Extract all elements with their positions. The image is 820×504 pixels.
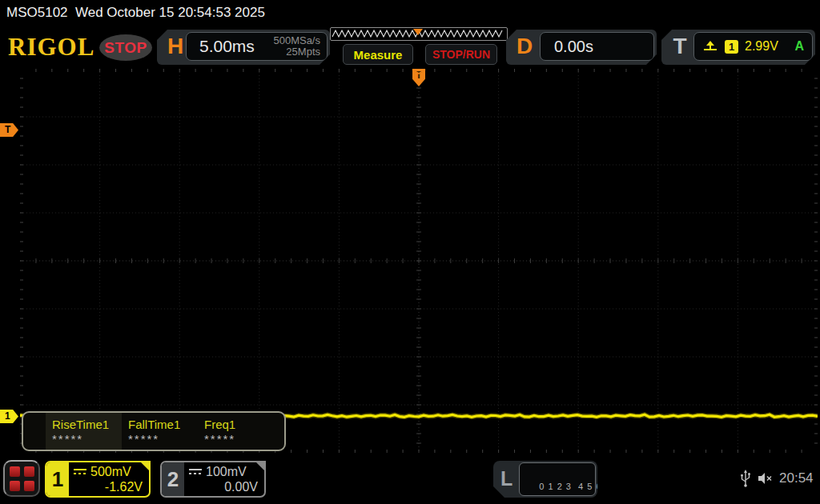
rigol-logo: RIGOL	[8, 33, 94, 62]
measurement-label: Freq1	[204, 418, 274, 431]
delay-box: 0.00s	[540, 32, 654, 61]
acquisition-rates: 500MSa/s 25Mpts	[273, 35, 320, 58]
channel2-number: 2	[162, 462, 184, 496]
trigger-level-value: 2.99V	[745, 39, 778, 54]
measurement-item-freq[interactable]: Freq1 *****	[198, 413, 274, 450]
channel1-scale: 500mV	[90, 465, 131, 479]
graticule-grid	[20, 69, 818, 453]
channel1-status[interactable]: 1 500mV -1.62V	[45, 461, 151, 498]
channel2-scale: 100mV	[206, 465, 247, 479]
delay-menu[interactable]: D 0.00s	[506, 30, 657, 65]
channel1-readouts: 500mV -1.62V	[70, 463, 146, 495]
channel1-number: 1	[46, 462, 69, 496]
stop-run-button[interactable]: STOP/RUN	[425, 44, 497, 65]
waveform-preview-strip[interactable]	[330, 27, 508, 41]
menu-square	[10, 481, 20, 491]
system-title: MSO5102 Wed October 15 20:54:53 2025	[6, 5, 265, 21]
dc-coupling-icon	[189, 469, 202, 474]
trigger-mode: A	[794, 39, 804, 54]
logic-analyzer-label: L	[500, 467, 512, 490]
sample-rate: 500MSa/s	[273, 34, 320, 46]
measure-button[interactable]: Measure	[343, 44, 413, 65]
dc-coupling-icon	[74, 469, 86, 474]
channel2-offset: 0.00V	[186, 480, 261, 494]
windows-menu-icon[interactable]	[3, 460, 40, 497]
timebase-value: 5.00ms	[199, 37, 255, 56]
delay-value: 0.00s	[554, 38, 593, 56]
channel2-status[interactable]: 2 100mV 0.00V	[160, 461, 266, 498]
horizontal-box: 5.00ms 500MSa/s 25Mpts	[186, 32, 328, 61]
logic-analyzer-status[interactable]: L 0 1 2 3 4 5 6 7 8 9 10 11 12 13 14 15	[493, 461, 597, 498]
trigger-label: T	[669, 34, 690, 59]
measurement-value: *****	[52, 432, 122, 446]
sound-muted-icon	[758, 472, 773, 485]
trigger-source-badge: 1	[725, 40, 738, 54]
logic-channels-row1: 0 1 2 3 4 5 6 7	[539, 482, 610, 491]
channel2-readouts: 100mV 0.00V	[186, 463, 261, 495]
acquisition-status-badge: STOP	[99, 34, 152, 61]
measurement-item-risetime[interactable]: RiseTime1 *****	[46, 413, 122, 450]
channel1-position-marker[interactable]: 1	[0, 410, 18, 423]
measurement-value: *****	[204, 432, 274, 446]
measurement-label: FallTime1	[128, 418, 198, 431]
menu-square	[24, 466, 34, 477]
menu-square	[24, 481, 34, 491]
trigger-position-marker[interactable]: T	[411, 69, 427, 86]
usb-icon	[740, 469, 751, 488]
horizontal-menu[interactable]: H 5.00ms 500MSa/s 25Mpts	[157, 30, 330, 65]
measurement-item-falltime[interactable]: FallTime1 *****	[122, 413, 198, 450]
status-icons: 20:54	[740, 469, 814, 488]
trigger-menu[interactable]: T 1 2.99V A	[661, 30, 815, 65]
oscilloscope-screen: MSO5102 Wed October 15 20:54:53 2025 RIG…	[0, 0, 820, 504]
trigger-slope-icon	[702, 40, 718, 53]
measurement-panel: RiseTime1 ***** FallTime1 ***** Freq1 **…	[22, 411, 286, 451]
title-bar: MSO5102 Wed October 15 20:54:53 2025	[0, 0, 820, 26]
measurement-value: *****	[128, 432, 198, 446]
clock: 20:54	[779, 470, 814, 486]
delay-label: D	[514, 34, 535, 59]
trigger-position-chevron-icon	[411, 69, 427, 74]
trigger-level-marker[interactable]: T	[0, 123, 18, 137]
menu-square	[10, 466, 20, 477]
waveform-display: T T 1 RiseTime1 ***** FallTime1 ***** Fr…	[20, 69, 818, 453]
horizontal-label: H	[165, 34, 186, 59]
logic-channel-list: 0 1 2 3 4 5 6 7 8 9 10 11 12 13 14 15	[519, 462, 596, 496]
memory-depth: 25Mpts	[286, 46, 320, 58]
preview-zigzag-icon	[331, 28, 507, 40]
trigger-box: 1 2.99V A	[693, 32, 813, 61]
channel1-offset: -1.62V	[70, 480, 146, 494]
measurement-label: RiseTime1	[52, 418, 122, 431]
